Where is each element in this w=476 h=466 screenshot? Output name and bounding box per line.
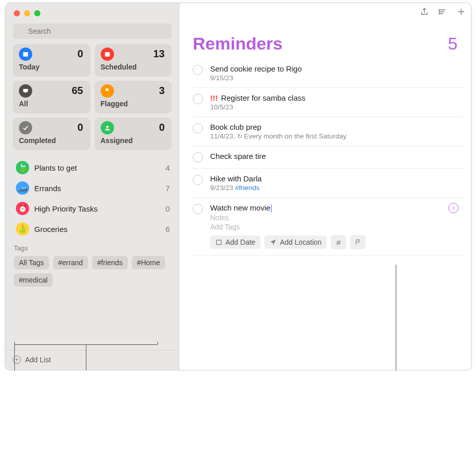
repeat-icon: ↻ — [237, 133, 242, 140]
svg-point-6 — [107, 54, 107, 54]
info-button[interactable]: i — [448, 203, 459, 213]
car-icon: 🚙 — [16, 181, 29, 195]
list-row-groceries[interactable]: 🍐 Groceries 6 — [11, 219, 175, 239]
complete-toggle[interactable] — [193, 94, 203, 104]
reminder-row[interactable]: Book club prep 11/4/23, ↻ Every month on… — [193, 117, 464, 146]
fullscreen-window-button[interactable] — [34, 10, 40, 16]
priority-indicator: !!! — [210, 94, 218, 102]
reminder-title: Check spare tire — [210, 152, 464, 160]
tag-pill-all[interactable]: All Tags — [14, 256, 49, 269]
calendar-today-icon — [19, 48, 32, 61]
flag-icon — [101, 84, 114, 98]
app-window: 0 Today 13 Scheduled 65 All — [5, 3, 471, 370]
smart-list-today[interactable]: 0 Today — [13, 44, 90, 77]
tag-pill-home[interactable]: #Home — [132, 256, 165, 269]
svg-point-8 — [106, 126, 108, 128]
inbox-icon — [19, 84, 32, 98]
smart-list-count: 3 — [159, 85, 165, 97]
reminder-title-input[interactable]: Watch new movie — [210, 203, 464, 213]
svg-point-7 — [108, 54, 108, 54]
reminder-subtitle: 10/5/23 — [210, 103, 464, 111]
smart-list-scheduled[interactable]: 13 Scheduled — [95, 44, 172, 77]
quick-actions: Add Date Add Location # — [210, 235, 464, 249]
reminder-row-editing[interactable]: Watch new movie Notes Add Tags Add Date … — [193, 198, 464, 255]
add-list-button[interactable]: + Add List — [6, 350, 179, 370]
smart-list-count: 13 — [153, 48, 165, 60]
reminders-list: Send cookie recipe to Rigo 9/15/23 !!! R… — [179, 59, 471, 255]
add-flag-button[interactable] — [350, 235, 366, 249]
new-reminder-icon[interactable] — [457, 7, 466, 16]
smart-list-label: Assigned — [101, 136, 166, 145]
reminder-title: Send cookie recipe to Rigo — [210, 64, 464, 73]
view-options-icon[interactable] — [438, 7, 447, 16]
leaf-icon: 🍃 — [16, 161, 29, 174]
smart-list-label: Flagged — [101, 100, 166, 108]
reminder-title: Book club prep — [210, 123, 464, 131]
add-list-label: Add List — [25, 356, 51, 364]
svg-point-13 — [439, 11, 440, 12]
calendar-small-icon — [215, 239, 222, 246]
reminder-row[interactable]: Check spare tire — [193, 146, 464, 169]
tag-pills: All Tags #errand #friends #Home #medical — [14, 256, 172, 287]
checkmark-icon — [19, 121, 32, 134]
list-row-plants[interactable]: 🍃 Plants to get 4 — [11, 157, 175, 178]
smart-list-count: 0 — [77, 122, 83, 133]
list-count: 7 — [166, 184, 170, 193]
reminder-subtitle: 9/15/23 — [210, 74, 464, 82]
close-window-button[interactable] — [14, 10, 20, 16]
page-reminder-count: 5 — [448, 34, 458, 54]
smart-list-flagged[interactable]: 3 Flagged — [95, 81, 172, 113]
sidebar: 0 Today 13 Scheduled 65 All — [6, 3, 179, 370]
add-location-button[interactable]: Add Location — [264, 236, 327, 249]
tag-inline[interactable]: #friends — [235, 184, 260, 192]
complete-toggle[interactable] — [193, 65, 203, 75]
svg-point-12 — [439, 10, 440, 11]
list-count: 0 — [166, 204, 170, 213]
list-name: Errands — [34, 184, 161, 193]
share-icon[interactable] — [420, 7, 429, 16]
smart-lists-grid: 0 Today 13 Scheduled 65 All — [6, 44, 179, 155]
tag-pill-medical[interactable]: #medical — [14, 273, 53, 287]
list-name: Plants to get — [34, 164, 161, 172]
search-field-wrap — [13, 24, 172, 39]
list-name: High Priority Tasks — [34, 204, 161, 213]
complete-toggle[interactable] — [193, 204, 203, 214]
hash-icon: # — [336, 238, 341, 247]
smart-list-completed[interactable]: 0 Completed — [13, 118, 90, 150]
reminder-subtitle: 9/23/23 #friends — [210, 184, 464, 192]
minimize-window-button[interactable] — [24, 10, 30, 16]
complete-toggle[interactable] — [193, 152, 203, 162]
calendar-icon — [101, 48, 114, 61]
list-row-high-priority[interactable]: ⏰ High Priority Tasks 0 — [11, 198, 175, 219]
fruit-icon: 🍐 — [16, 222, 29, 236]
list-count: 6 — [166, 225, 170, 234]
smart-list-count: 65 — [72, 85, 83, 97]
tags-header: Tags — [14, 244, 172, 252]
page-title: Reminders — [193, 34, 283, 54]
tag-pill-friends[interactable]: #friends — [92, 256, 128, 269]
smart-list-all[interactable]: 65 All — [13, 81, 90, 113]
add-tags-input[interactable]: Add Tags — [210, 223, 464, 231]
add-date-button[interactable]: Add Date — [210, 236, 260, 249]
reminder-title: !!! Register for samba class — [210, 94, 464, 102]
complete-toggle[interactable] — [193, 123, 203, 133]
smart-list-count: 0 — [77, 48, 83, 60]
toolbar — [420, 7, 466, 16]
svg-point-14 — [439, 13, 440, 14]
list-name: Groceries — [34, 225, 161, 234]
tag-pill-errand[interactable]: #errand — [53, 256, 88, 269]
reminder-row[interactable]: !!! Register for samba class 10/5/23 — [193, 88, 464, 117]
list-row-errands[interactable]: 🚙 Errands 7 — [11, 178, 175, 198]
reminder-title: Hike with Darla — [210, 174, 464, 183]
add-tag-button[interactable]: # — [331, 235, 346, 249]
notes-input[interactable]: Notes — [210, 214, 464, 222]
reminder-row[interactable]: Send cookie recipe to Rigo 9/15/23 — [193, 59, 464, 88]
complete-toggle[interactable] — [193, 175, 203, 185]
reminder-row[interactable]: Hike with Darla 9/23/23 #friends — [193, 169, 464, 198]
smart-list-assigned[interactable]: 0 Assigned — [95, 118, 172, 150]
smart-list-label: Scheduled — [101, 63, 166, 71]
smart-list-label: All — [19, 100, 84, 108]
search-input[interactable] — [13, 24, 172, 39]
svg-rect-17 — [216, 240, 221, 245]
reminder-subtitle: 11/4/23, ↻ Every month on the first Satu… — [210, 132, 464, 140]
